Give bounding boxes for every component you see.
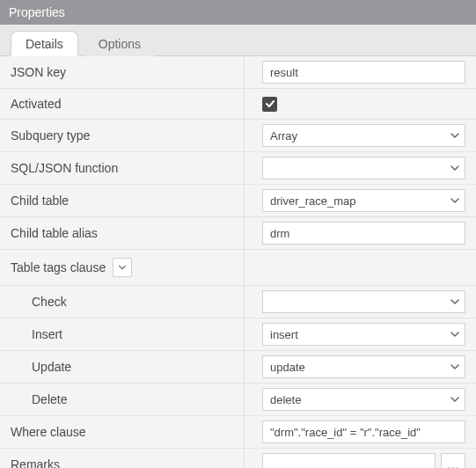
- remarks-input[interactable]: [262, 453, 436, 468]
- properties-form: JSON key Activated Subquery type SQL/JSO…: [0, 56, 476, 468]
- row-update: Update: [0, 351, 476, 384]
- activated-checkbox[interactable]: [262, 97, 277, 112]
- row-json-key: JSON key: [0, 56, 476, 89]
- panel-title: Properties: [0, 0, 476, 25]
- tab-details[interactable]: Details: [11, 31, 78, 56]
- label-delete: Delete: [0, 384, 245, 415]
- label-check: Check: [0, 286, 245, 318]
- chevron-down-icon: [118, 263, 127, 272]
- label-activated: Activated: [0, 89, 245, 119]
- json-key-input[interactable]: [262, 61, 465, 84]
- delete-select[interactable]: [262, 388, 465, 411]
- where-clause-input[interactable]: [262, 420, 465, 443]
- label-subquery-type: Subquery type: [0, 120, 245, 151]
- label-sql-json-function: SQL/JSON function: [0, 152, 245, 184]
- row-activated: Activated: [0, 89, 476, 120]
- row-sql-json-function: SQL/JSON function: [0, 152, 476, 185]
- child-table-alias-input[interactable]: [262, 222, 465, 245]
- check-select[interactable]: [262, 290, 465, 313]
- row-insert: Insert: [0, 318, 476, 351]
- sql-json-function-select[interactable]: [262, 157, 465, 179]
- row-child-table-alias: Child table alias: [0, 217, 476, 250]
- child-table-select[interactable]: [262, 189, 465, 212]
- insert-select[interactable]: [262, 323, 465, 346]
- subquery-type-select[interactable]: [262, 124, 465, 147]
- label-where-clause: Where clause: [0, 416, 245, 448]
- row-where-clause: Where clause: [0, 416, 476, 449]
- row-remarks: Remarks ...: [0, 449, 476, 468]
- row-table-tags-clause: Table tags clause: [0, 250, 476, 286]
- label-json-key: JSON key: [0, 56, 245, 88]
- label-insert: Insert: [0, 318, 245, 350]
- table-tags-expand-button[interactable]: [113, 258, 132, 277]
- label-table-tags-clause: Table tags clause: [0, 250, 245, 285]
- row-child-table: Child table: [0, 185, 476, 217]
- row-delete: Delete: [0, 384, 476, 416]
- label-child-table-alias: Child table alias: [0, 217, 245, 249]
- update-select[interactable]: [262, 355, 465, 378]
- check-icon: [265, 99, 275, 109]
- tabs: Details Options: [0, 25, 476, 56]
- remarks-more-button[interactable]: ...: [441, 453, 465, 468]
- tab-options[interactable]: Options: [84, 31, 156, 56]
- table-tags-clause-text: Table tags clause: [11, 260, 106, 274]
- label-remarks: Remarks: [0, 449, 245, 468]
- row-check: Check: [0, 286, 476, 318]
- label-child-table: Child table: [0, 185, 245, 216]
- row-subquery-type: Subquery type: [0, 120, 476, 152]
- label-update: Update: [0, 351, 245, 383]
